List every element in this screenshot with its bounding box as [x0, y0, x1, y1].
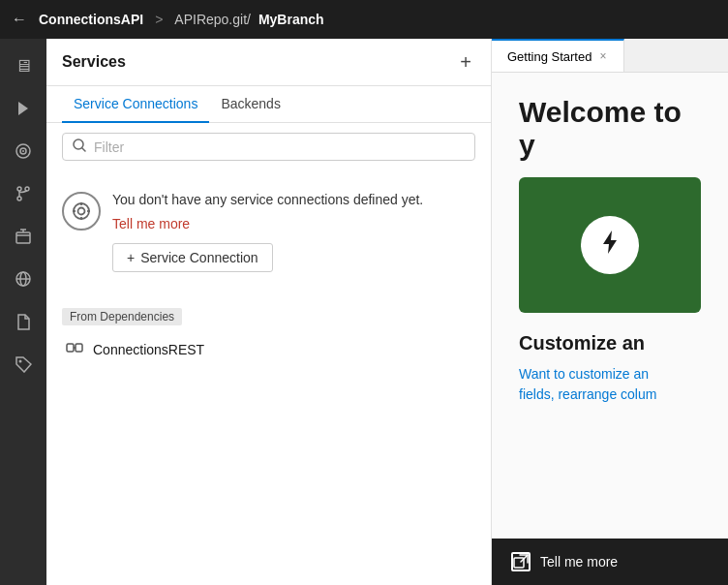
sidebar-item-source[interactable]: [4, 174, 43, 213]
svg-point-6: [25, 187, 29, 191]
icon-sidebar: 🖥: [0, 39, 46, 585]
list-item[interactable]: ConnectionsREST: [62, 333, 475, 366]
add-service-button[interactable]: +: [456, 50, 475, 74]
project-name[interactable]: ConnectionsAPI: [39, 12, 143, 27]
customize-title: Customize an: [519, 332, 701, 354]
dependency-icon: [66, 339, 83, 360]
svg-point-12: [19, 360, 22, 363]
services-panel: Services + Service Connections Backends: [46, 39, 492, 585]
dependency-name: ConnectionsREST: [93, 342, 204, 357]
from-dependencies-section: From Dependencies ConnectionsREST: [46, 292, 491, 366]
external-link-icon: [511, 552, 531, 571]
add-connection-button[interactable]: + Service Connection: [112, 243, 273, 272]
svg-marker-0: [18, 102, 28, 115]
empty-state-content: You don't have any service connections d…: [112, 190, 423, 272]
svg-line-14: [82, 148, 85, 151]
tab-service-connections[interactable]: Service Connections: [62, 86, 209, 123]
main-layout: 🖥: [0, 39, 728, 585]
lightning-card: [519, 177, 701, 313]
back-button[interactable]: ←: [12, 11, 27, 28]
right-content: Welcome to y Customize an Want to custom…: [492, 73, 728, 539]
right-tab-bar: Getting Started ×: [492, 39, 728, 73]
services-header: Services +: [46, 39, 491, 86]
tabs-bar: Service Connections Backends: [46, 86, 491, 123]
repo-name: APIRepo.git/: [174, 12, 251, 27]
tab-getting-started[interactable]: Getting Started ×: [492, 39, 624, 72]
lightning-circle: [581, 216, 639, 274]
svg-point-5: [17, 197, 21, 200]
sidebar-item-file[interactable]: [4, 302, 43, 341]
tell-me-more-link[interactable]: Tell me more: [112, 216, 423, 231]
getting-started-tab-label: Getting Started: [507, 49, 592, 64]
tell-more-bar[interactable]: Tell me more: [492, 539, 728, 585]
sidebar-item-packages[interactable]: [4, 217, 43, 256]
svg-marker-24: [603, 231, 617, 254]
sidebar-item-targets[interactable]: [4, 132, 43, 170]
from-dependencies-label: From Dependencies: [62, 308, 182, 325]
separator: >: [155, 12, 163, 27]
filter-wrap: [62, 133, 475, 161]
tell-more-button-label: Tell me more: [540, 554, 618, 570]
empty-state-message: You don't have any service connections d…: [112, 192, 423, 207]
customize-text: Want to customize anfields, rearrange co…: [519, 364, 701, 405]
add-connection-label: Service Connection: [140, 250, 258, 265]
filter-input[interactable]: [94, 139, 465, 155]
tab-close-button[interactable]: ×: [597, 48, 608, 64]
sidebar-item-pipelines[interactable]: [4, 89, 43, 128]
tab-backends[interactable]: Backends: [209, 86, 291, 123]
sidebar-item-monitor[interactable]: 🖥: [4, 46, 43, 85]
sidebar-item-globe[interactable]: [4, 260, 43, 298]
add-icon: +: [127, 250, 135, 265]
svg-point-15: [74, 203, 89, 219]
svg-rect-22: [76, 344, 82, 352]
top-bar: ← ConnectionsAPI > APIRepo.git/ MyBranch: [0, 0, 728, 39]
svg-point-16: [78, 208, 85, 215]
svg-point-3: [22, 150, 24, 152]
svg-rect-21: [67, 344, 74, 352]
svg-point-4: [17, 187, 21, 191]
filter-container: [46, 123, 491, 170]
welcome-title: Welcome to y: [519, 96, 701, 162]
branch-name: MyBranch: [258, 12, 324, 27]
service-icon: [62, 192, 101, 231]
empty-state: You don't have any service connections d…: [46, 170, 491, 292]
search-icon: [73, 139, 86, 155]
sidebar-item-tag[interactable]: [4, 345, 43, 384]
lightning-icon: [596, 229, 623, 262]
svg-rect-8: [16, 232, 30, 243]
right-panel: Getting Started × Welcome to y Customize…: [492, 39, 728, 585]
services-title: Services: [62, 53, 126, 71]
